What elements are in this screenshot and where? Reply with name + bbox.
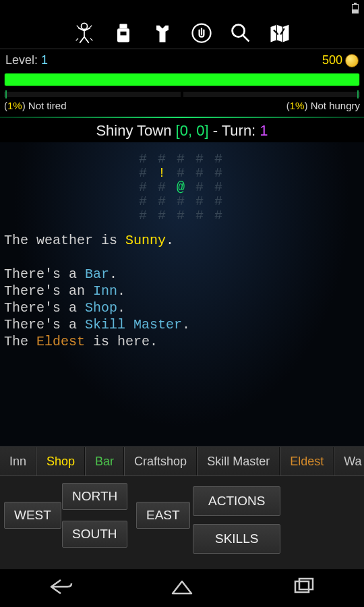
back-icon[interactable]	[47, 577, 74, 600]
svg-rect-6	[295, 581, 309, 592]
coin-icon	[345, 54, 359, 67]
armor-icon[interactable]	[148, 20, 177, 47]
tired-hungry-bars	[4, 92, 360, 97]
place-line: The Eldest is here.	[4, 333, 360, 350]
place-tab-skill-master[interactable]: Skill Master	[197, 447, 280, 475]
place-tabs: InnShopBarCraftshopSkill MasterEldestWa	[0, 446, 364, 476]
place-line: There's a Shop.	[4, 299, 360, 316]
search-icon[interactable]	[226, 20, 255, 47]
map-icon[interactable]	[265, 20, 295, 47]
east-button[interactable]: EAST	[136, 502, 190, 529]
hp-bar	[4, 73, 360, 86]
weather-line: The weather is Sunny.	[4, 232, 360, 249]
place-line: There's a Skill Master.	[4, 316, 360, 333]
place-line: There's an Inn.	[4, 283, 360, 299]
bag-icon[interactable]	[109, 20, 138, 47]
level-label: Level:	[5, 53, 38, 67]
level-value: 1	[41, 53, 48, 67]
west-button[interactable]: WEST	[4, 502, 61, 529]
place-tab-shop[interactable]: Shop	[36, 447, 85, 475]
location-header: Shiny Town [0, 0] - Turn: 1	[0, 118, 364, 142]
skills-button[interactable]: SKILLS	[193, 524, 280, 554]
place-line: There's a Bar.	[4, 266, 360, 283]
hand-icon[interactable]	[187, 20, 216, 47]
place-tab-bar[interactable]: Bar	[85, 447, 124, 475]
body-icon[interactable]	[69, 20, 99, 47]
gold-value: 500	[322, 53, 342, 67]
ascii-map: # # # # # # ! # # # # # @ # # # # # # # …	[4, 152, 360, 223]
place-tab-wa[interactable]: Wa	[334, 447, 364, 475]
svg-point-0	[82, 23, 88, 29]
place-tab-craftshop[interactable]: Craftshop	[124, 447, 197, 475]
android-nav-bar	[0, 569, 364, 607]
actions-button[interactable]: ACTIONS	[193, 486, 280, 516]
compass-area: NORTH SOUTH WEST EAST ACTIONS SKILLS	[0, 476, 364, 569]
svg-point-5	[233, 25, 245, 37]
battery-icon	[352, 4, 359, 13]
place-tab-eldest[interactable]: Eldest	[280, 447, 334, 475]
tired-label: (1%) Not tired	[4, 100, 67, 111]
top-icon-bar	[0, 18, 364, 49]
tired-bar	[4, 92, 181, 97]
south-button[interactable]: SOUTH	[62, 521, 127, 548]
svg-rect-2	[119, 24, 127, 29]
place-tab-inn[interactable]: Inn	[0, 447, 36, 475]
hungry-label: (1%) Not hungry	[286, 100, 360, 111]
compass: NORTH SOUTH WEST EAST	[4, 483, 186, 557]
north-button[interactable]: NORTH	[62, 483, 127, 510]
main-view: # # # # # # ! # # # # # @ # # # # # # # …	[0, 142, 364, 446]
description: The weather is Sunny. There's a Bar.Ther…	[4, 232, 360, 350]
android-status-bar	[0, 0, 364, 18]
hungry-bar	[183, 92, 360, 97]
home-icon[interactable]	[169, 577, 195, 600]
stats-row: Level: 1 500	[0, 49, 364, 71]
recent-icon[interactable]	[290, 577, 317, 600]
svg-rect-7	[299, 579, 313, 589]
svg-rect-3	[121, 32, 127, 36]
